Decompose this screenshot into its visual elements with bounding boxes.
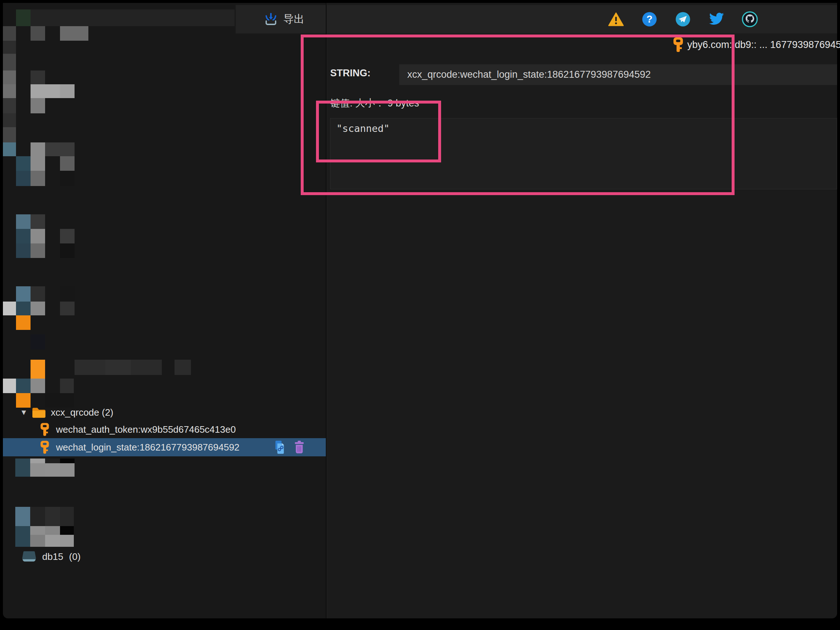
key-value-text: "scanned" (330, 118, 837, 134)
connection-breadcrumb: yby6.com: db9:: ... 167793987694592 (672, 36, 840, 53)
key-icon (672, 37, 684, 53)
export-label: 导出 (283, 12, 304, 27)
warning-icon[interactable] (608, 11, 624, 28)
key-label: wechat_login_state:1862167793987694592 (56, 442, 240, 453)
row-actions (273, 440, 305, 455)
tree-db15[interactable]: db15 (0) (3, 548, 326, 565)
key-type-label: STRING: (330, 68, 371, 79)
tree-key-login-state[interactable]: wechat_login_state:1862167793987694592 (3, 438, 326, 456)
export-button[interactable]: 导出 (264, 12, 304, 27)
redis-client-window: 导出 ? (0, 0, 840, 630)
twitter-icon[interactable] (708, 11, 725, 28)
folder-label: xcx_qrcode (2) (51, 407, 114, 418)
tree-key-auth-token[interactable]: wechat_auth_token:wx9b55d67465c413e0 (3, 421, 326, 438)
telegram-icon[interactable] (674, 11, 691, 28)
key-value-box[interactable]: "scanned" (330, 118, 837, 189)
github-icon[interactable] (741, 11, 758, 28)
delete-key-icon[interactable] (294, 440, 305, 454)
key-icon (39, 422, 50, 437)
db-count: (0) (69, 551, 81, 562)
folder-icon (31, 406, 47, 419)
panel-divider[interactable] (326, 3, 327, 618)
download-export-icon (264, 12, 278, 27)
key-icon (39, 439, 50, 455)
database-icon (21, 550, 37, 563)
help-icon[interactable]: ? (641, 11, 658, 28)
connection-label: yby6.com: db9:: ... 167793987694592 (687, 39, 840, 50)
svg-text:?: ? (647, 13, 653, 25)
tree-folder-xcx-qrcode[interactable]: ▼ xcx_qrcode (2) (3, 404, 326, 421)
key-size-label: 键值: 大小： 9 bytes (330, 97, 419, 110)
copy-key-icon[interactable] (273, 440, 286, 455)
caret-down-icon[interactable]: ▼ (20, 408, 28, 417)
toolbar-icons: ? (608, 5, 758, 33)
key-label: wechat_auth_token:wx9b55d67465c413e0 (56, 424, 236, 435)
key-tree: ▼ xcx_qrcode (2) wechat_auth_token:wx9b5… (0, 0, 840, 630)
key-name-input[interactable]: xcx_qrcode:wechat_login_state:1862167793… (399, 64, 837, 85)
db-label: db15 (42, 551, 63, 562)
